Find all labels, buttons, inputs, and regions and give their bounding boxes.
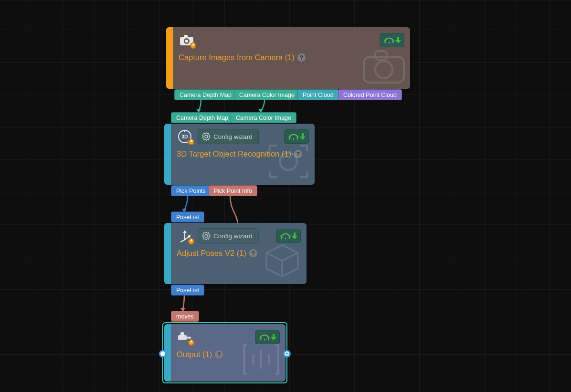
svg-marker-32	[202, 232, 210, 240]
svg-marker-25	[300, 137, 306, 140]
bracket-watermark-icon	[242, 342, 281, 379]
svg-line-46	[260, 338, 261, 340]
svg-point-20	[205, 135, 208, 138]
visibility-icon	[280, 233, 290, 239]
svg-rect-11	[397, 37, 399, 40]
svg-rect-24	[302, 133, 304, 137]
svg-point-33	[205, 234, 208, 237]
port-label: Camera Color Image	[239, 92, 295, 98]
input-port-poselist[interactable]: PoseList	[171, 212, 204, 222]
svg-point-15	[375, 61, 392, 78]
node-graph-canvas[interactable]: Capture Images from Camera (1) ? Camera …	[0, 0, 571, 392]
axes-icon	[177, 229, 193, 243]
gear-icon	[202, 232, 211, 240]
node-status-indicator[interactable]	[255, 330, 280, 344]
scan-watermark-icon	[267, 143, 310, 182]
node-adjust-poses[interactable]: Config wizard	[164, 223, 307, 284]
gear-icon	[202, 132, 211, 141]
svg-line-31	[180, 240, 185, 242]
output-port-colored-point-cloud[interactable]: Colored Point Cloud	[338, 89, 402, 100]
svg-rect-49	[273, 334, 275, 337]
svg-marker-38	[292, 236, 297, 239]
svg-line-34	[281, 237, 282, 239]
svg-line-8	[385, 41, 386, 43]
svg-line-21	[289, 138, 290, 139]
svg-marker-50	[271, 337, 276, 340]
input-port-camera-depth-map[interactable]: Camera Depth Map	[171, 112, 233, 123]
selection-handle-add[interactable]	[283, 350, 291, 358]
output-port-pick-points[interactable]: Pick Points	[171, 185, 211, 196]
svg-line-23	[297, 138, 298, 139]
help-icon[interactable]: ?	[294, 150, 302, 158]
output-port-pick-point-info[interactable]: Pick Point Info	[209, 185, 257, 196]
port-label: Point Cloud	[303, 92, 334, 98]
download-arrow-icon	[271, 333, 276, 341]
port-label: Camera Color Image	[236, 115, 291, 121]
svg-rect-37	[294, 233, 296, 236]
output-port-camera-color-image[interactable]: Camera Color Image	[234, 89, 300, 100]
port-label: Camera Depth Map	[176, 115, 228, 121]
input-port-moves[interactable]: moves	[171, 311, 199, 322]
3d-recognition-icon: 3D	[177, 129, 193, 144]
svg-line-48	[268, 338, 269, 340]
svg-point-7	[185, 40, 188, 42]
visibility-icon	[384, 37, 393, 43]
port-label: Camera Depth Map	[180, 92, 232, 98]
svg-marker-28	[183, 230, 187, 233]
svg-line-10	[392, 41, 393, 43]
output-port-point-cloud[interactable]: Point Cloud	[297, 89, 339, 100]
node-output[interactable]: Output (1) ?	[162, 322, 287, 383]
config-wizard-label: Config wizard	[213, 133, 253, 140]
config-wizard-button[interactable]: Config wizard	[198, 129, 259, 144]
svg-marker-12	[395, 40, 401, 43]
node-title: Output (1)	[177, 350, 212, 359]
visibility-icon	[288, 133, 298, 140]
node-title: Capture Images from Camera (1)	[179, 53, 295, 62]
svg-line-36	[289, 237, 290, 239]
visibility-icon	[259, 334, 269, 340]
port-label: PoseList	[176, 287, 199, 294]
node-status-indicator[interactable]	[284, 129, 309, 144]
node-capture-images[interactable]: Capture Images from Camera (1) ?	[166, 27, 410, 89]
config-wizard-label: Config wizard	[213, 233, 253, 240]
help-icon[interactable]: ?	[249, 249, 257, 257]
download-arrow-icon	[395, 36, 401, 44]
port-label: PoseList	[176, 214, 199, 221]
help-icon[interactable]: ?	[215, 350, 223, 359]
selection-handle-left[interactable]	[159, 350, 167, 358]
camera-icon	[179, 33, 195, 47]
download-arrow-icon	[300, 133, 306, 140]
config-wizard-button[interactable]: Config wizard	[198, 228, 259, 244]
port-label: Pick Point Info	[214, 188, 252, 194]
help-icon[interactable]: ?	[297, 53, 306, 62]
svg-marker-19	[202, 133, 210, 140]
svg-text:3D: 3D	[181, 134, 188, 139]
output-icon	[177, 330, 193, 344]
output-port-poselist[interactable]: PoseList	[171, 285, 204, 296]
port-label: Colored Point Cloud	[343, 92, 397, 98]
svg-rect-5	[184, 35, 188, 38]
port-label: moves	[176, 313, 194, 320]
node-3d-target-recognition[interactable]: 3D Config wizard	[164, 124, 315, 185]
input-port-camera-color-image[interactable]: Camera Color Image	[231, 112, 296, 123]
output-port-camera-depth-map[interactable]: Camera Depth Map	[174, 89, 237, 100]
cube-watermark-icon	[263, 242, 302, 281]
port-label: Pick Points	[176, 188, 206, 194]
node-title: Adjust Poses V2 (1)	[177, 249, 246, 258]
svg-rect-44	[180, 332, 184, 336]
node-status-indicator[interactable]	[276, 229, 301, 243]
node-status-indicator[interactable]	[380, 33, 404, 47]
node-title: 3D Target Object Recognition (1)	[177, 149, 291, 159]
download-arrow-icon	[292, 232, 297, 240]
